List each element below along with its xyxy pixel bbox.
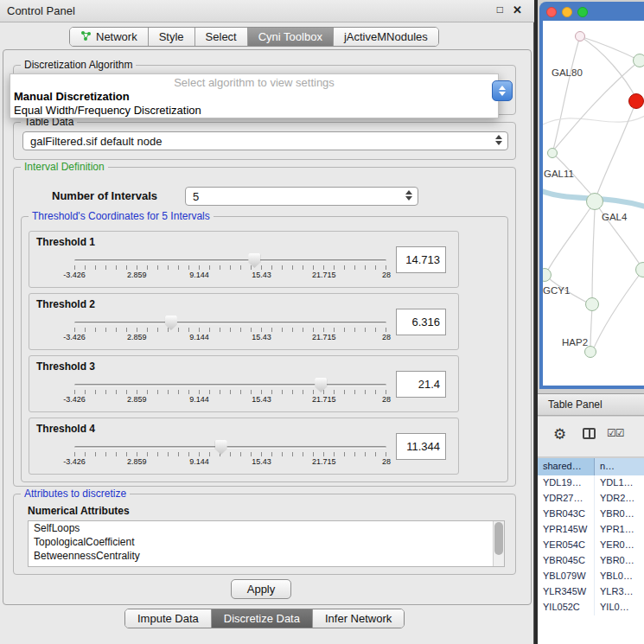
slider-scale: -3.426 2.859 9.144 15.43 21.715 28 bbox=[74, 395, 386, 405]
threshold-2-slider[interactable]: -3.426 2.859 9.144 15.43 21.715 28 bbox=[74, 315, 386, 344]
cell[interactable]: YLR3… bbox=[595, 584, 644, 600]
network-node[interactable] bbox=[633, 54, 644, 67]
cell[interactable]: YBR043C bbox=[538, 507, 595, 522]
column-header-shared[interactable]: shared… bbox=[538, 458, 595, 475]
scale-label: 9.144 bbox=[189, 333, 209, 341]
cell[interactable]: YER0… bbox=[595, 538, 644, 553]
threshold-3-value-field[interactable]: 21.4 bbox=[396, 371, 446, 398]
cell[interactable]: YBL079W bbox=[538, 569, 595, 584]
list-item[interactable]: BetweennessCentrality bbox=[29, 549, 504, 563]
cell[interactable]: YER054C bbox=[538, 538, 595, 553]
table-row[interactable]: YLR345WYLR3… bbox=[538, 584, 644, 600]
scale-label: 15.43 bbox=[252, 395, 271, 404]
slider-track[interactable] bbox=[74, 259, 386, 262]
column-header-name[interactable]: n… bbox=[595, 458, 644, 475]
window-minimize-traffic-light[interactable] bbox=[562, 7, 572, 17]
tab-jactivemnodules[interactable]: jActiveMNodules bbox=[334, 28, 438, 46]
node-label-hap2: HAP2 bbox=[562, 337, 588, 348]
threshold-1-slider[interactable]: -3.426 2.859 9.144 15.43 21.715 28 bbox=[74, 252, 386, 282]
network-canvas[interactable]: GAL80 GAL11 GAL4 GCY1 HAP2 bbox=[543, 21, 644, 386]
table-row[interactable]: YIL052CYIL0… bbox=[538, 600, 644, 615]
window-zoom-traffic-light[interactable] bbox=[577, 7, 588, 17]
threshold-2-value-field[interactable]: 6.316 bbox=[396, 309, 446, 335]
node-label-gal80: GAL80 bbox=[552, 67, 583, 78]
columns-icon[interactable] bbox=[583, 428, 596, 439]
list-scrollbar[interactable] bbox=[493, 521, 504, 566]
table-data-group: Table Data galFiltered.sif default node bbox=[13, 122, 516, 160]
table-row[interactable]: YDR27…YDR2… bbox=[538, 491, 644, 507]
list-item[interactable]: TopologicalCoefficient bbox=[29, 535, 504, 549]
attributes-list: SelfLoops TopologicalCoefficient Between… bbox=[28, 520, 505, 567]
scale-label: -3.426 bbox=[63, 395, 86, 404]
control-panel-titlebar: Control Panel □ ✕ bbox=[0, 0, 534, 22]
threshold-4-box: Threshold 4 -3.426 2.859 9.144 15.43 21.… bbox=[29, 418, 459, 475]
network-node[interactable] bbox=[547, 148, 558, 158]
table-row[interactable]: YDL19…YDL1… bbox=[538, 475, 644, 491]
table-row[interactable]: YER054CYER0… bbox=[538, 538, 644, 553]
cell[interactable]: YDL1… bbox=[595, 475, 644, 491]
slider-track[interactable] bbox=[74, 322, 386, 324]
cell[interactable]: YDL19… bbox=[538, 475, 595, 491]
threshold-1-box: Threshold 1 -3.426 2.859 9.144 15.43 21.… bbox=[29, 231, 459, 288]
scrollbar-thumb[interactable] bbox=[494, 522, 503, 555]
slider-track[interactable] bbox=[74, 446, 386, 449]
minimize-icon[interactable]: □ bbox=[497, 3, 503, 16]
tab-network[interactable]: Network bbox=[70, 28, 149, 46]
list-item[interactable]: SelfLoops bbox=[29, 521, 504, 535]
scale-label: 2.859 bbox=[127, 395, 147, 404]
num-intervals-combo[interactable]: 5 bbox=[185, 187, 418, 206]
cell[interactable]: YDR2… bbox=[595, 491, 644, 507]
table-row[interactable]: YBL079WYBL0… bbox=[538, 569, 644, 584]
apply-button[interactable]: Apply bbox=[231, 579, 291, 599]
cell[interactable]: YDR27… bbox=[538, 491, 595, 507]
thresholds-group-title: Threshold's Coordinates for 5 Intervals bbox=[29, 210, 214, 222]
cell[interactable]: YPR145W bbox=[538, 522, 595, 538]
tab-cyni-toolbox[interactable]: Cyni Toolbox bbox=[248, 28, 334, 46]
table-row[interactable]: YPR145WYPR1… bbox=[538, 522, 644, 538]
table-panel-titlebar: Table Panel bbox=[538, 393, 644, 416]
network-node[interactable] bbox=[584, 346, 596, 358]
tab-select[interactable]: Select bbox=[195, 28, 248, 46]
window-close-traffic-light[interactable] bbox=[546, 7, 557, 17]
algorithm-option-manual[interactable]: Manual Discretization bbox=[14, 90, 130, 103]
cell[interactable]: YBR0… bbox=[595, 553, 644, 569]
tab-infer-network[interactable]: Infer Network bbox=[313, 609, 404, 628]
table-panel-title: Table Panel bbox=[548, 399, 603, 411]
cell[interactable]: YBR045C bbox=[538, 553, 595, 569]
scale-label: -3.426 bbox=[63, 333, 86, 341]
network-node[interactable] bbox=[575, 31, 585, 41]
threshold-4-slider[interactable]: -3.426 2.859 9.144 15.43 21.715 28 bbox=[74, 439, 386, 469]
tab-label: jActiveMNodules bbox=[344, 30, 428, 43]
threshold-1-value-field[interactable]: 14.713 bbox=[396, 246, 446, 273]
num-intervals-value: 5 bbox=[193, 190, 199, 203]
threshold-label: Threshold 2 bbox=[36, 298, 95, 310]
slider-ticks bbox=[74, 265, 386, 270]
cell[interactable]: YLR345W bbox=[538, 584, 595, 600]
cell[interactable]: YBL0… bbox=[595, 569, 644, 584]
top-tabbar: Network Style Select Cyni Toolbox jActiv… bbox=[69, 27, 439, 47]
algorithm-option-equal-width[interactable]: Equal Width/Frequency Discretization bbox=[14, 104, 201, 117]
tab-style[interactable]: Style bbox=[149, 28, 195, 46]
threshold-2-box: Threshold 2 -3.426 2.859 9.144 15.43 21.… bbox=[29, 293, 459, 350]
algorithm-group-title: Discretization Algorithm bbox=[21, 59, 136, 71]
table-row[interactable]: YBR043CYBR0… bbox=[538, 507, 644, 522]
network-node[interactable] bbox=[586, 193, 603, 210]
threshold-4-value-field[interactable]: 11.344 bbox=[396, 433, 446, 460]
slider-track[interactable] bbox=[74, 384, 386, 386]
select-all-checkboxes-icon[interactable]: ☑☑ bbox=[607, 427, 624, 439]
close-icon[interactable]: ✕ bbox=[513, 3, 522, 16]
gear-icon[interactable]: ⚙ bbox=[553, 425, 566, 443]
network-node[interactable] bbox=[585, 297, 599, 311]
tab-discretize-data[interactable]: Discretize Data bbox=[212, 609, 313, 628]
scale-label: 9.144 bbox=[189, 395, 209, 404]
cell[interactable]: YIL0… bbox=[595, 600, 644, 615]
tab-impute-data[interactable]: Impute Data bbox=[125, 609, 212, 628]
threshold-3-slider[interactable]: -3.426 2.859 9.144 15.43 21.715 28 bbox=[74, 377, 386, 406]
cell[interactable]: YPR1… bbox=[595, 522, 644, 538]
cell[interactable]: YBR0… bbox=[595, 507, 644, 522]
table-row[interactable]: YBR045CYBR0… bbox=[538, 553, 644, 569]
table-data-combo[interactable]: galFiltered.sif default node bbox=[22, 131, 508, 150]
algorithm-combo-stepper[interactable] bbox=[492, 80, 513, 101]
network-node-selected[interactable] bbox=[628, 93, 644, 109]
cell[interactable]: YIL052C bbox=[538, 600, 595, 615]
